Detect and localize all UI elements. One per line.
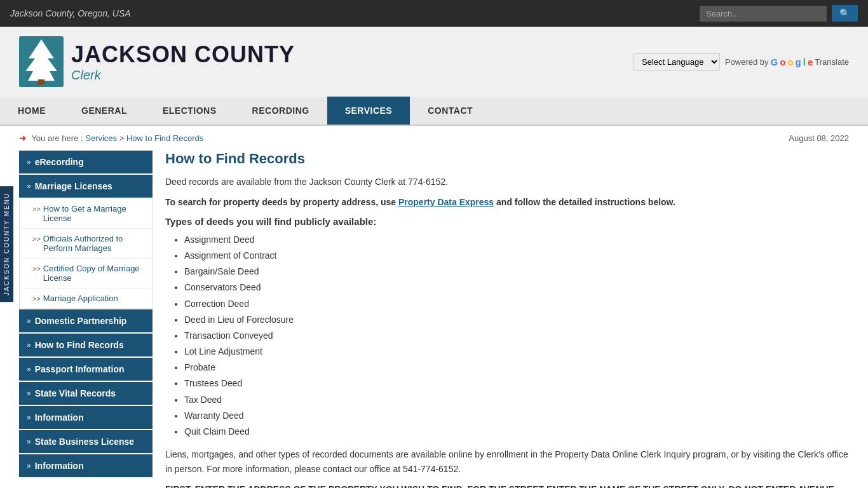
teal-instruction: FIRST, ENTER THE ADDRESS OF THE PROPERTY… xyxy=(165,482,849,488)
chevron-icon: » xyxy=(27,316,31,325)
chevron-icon: » xyxy=(27,413,31,422)
chevron-icon: » xyxy=(27,182,31,191)
deed-list-item: Lot Line Adjustment xyxy=(184,344,849,360)
breadcrumb-link-services[interactable]: Services xyxy=(85,133,117,143)
logo-area: JACKSON COUNTY Clerk xyxy=(19,36,295,87)
breadcrumb: ➜ You are here : Services > How to Find … xyxy=(19,133,203,143)
translate-word: Translate xyxy=(815,57,849,67)
sidebar-label: Passport Information xyxy=(35,364,125,374)
sidebar-label: How to Find Records xyxy=(35,340,124,350)
chevron-icon: » xyxy=(27,461,31,470)
sidebar-item-passport-information[interactable]: »Passport Information xyxy=(19,358,153,381)
logo-subtitle: Clerk xyxy=(71,68,295,83)
search-input[interactable] xyxy=(700,6,827,22)
language-select[interactable]: Select Language xyxy=(634,53,720,71)
top-bar: Jackson County, Oregon, USA 🔍 xyxy=(0,0,868,27)
deed-list-item: Deed in Lieu of Foreclosure xyxy=(184,312,849,328)
sidebar-subitem[interactable]: >>How to Get a Marriage License xyxy=(20,199,152,229)
sidebar: »eRecording»Marriage Licenses>>How to Ge… xyxy=(19,151,153,488)
nav-item-general[interactable]: GENERAL xyxy=(64,97,145,125)
main-nav: HOMEGENERALELECTIONSRECORDINGSERVICESCON… xyxy=(0,97,868,126)
deed-list-item: Bargain/Sale Deed xyxy=(184,264,849,280)
sub-arrow-icon: >> xyxy=(32,265,41,273)
sub-arrow-icon: >> xyxy=(32,295,41,302)
sidebar-item-state-business-license[interactable]: »State Business License xyxy=(19,430,153,453)
google-translate: Powered by Google Translate xyxy=(725,57,849,67)
logo-icon xyxy=(19,36,64,87)
sidebar-item-erecording[interactable]: »eRecording xyxy=(19,151,153,173)
deed-list-item: Transaction Conveyed xyxy=(184,328,849,344)
nav-item-home[interactable]: HOME xyxy=(0,97,64,125)
header: JACKSON COUNTY Clerk Select Language Pow… xyxy=(0,27,868,97)
top-bar-right: 🔍 xyxy=(700,5,858,22)
powered-by-text: Powered by xyxy=(725,57,769,67)
sidebar-subitem[interactable]: >>Marriage Application xyxy=(20,288,152,309)
logo-text: JACKSON COUNTY Clerk xyxy=(71,41,295,83)
deed-list-item: Assignment Deed xyxy=(184,232,849,248)
sidebar-label: State Vital Records xyxy=(35,388,116,398)
chevron-icon: » xyxy=(27,365,31,374)
search-button[interactable]: 🔍 xyxy=(832,5,858,22)
deed-list-item: Conservators Deed xyxy=(184,280,849,295)
deed-list-item: Assignment of Contract xyxy=(184,248,849,264)
nav-item-services[interactable]: SERVICES xyxy=(327,97,410,125)
chevron-icon: » xyxy=(27,158,31,166)
svg-rect-2 xyxy=(38,79,44,85)
deed-list-item: Trustees Deed xyxy=(184,376,849,391)
sidebar-label: eRecording xyxy=(35,157,84,167)
breadcrumb-arrow: ➜ xyxy=(19,133,26,143)
sidebar-subitem[interactable]: >>Certified Copy of Marriage License xyxy=(20,259,152,288)
deed-types-heading: Types of deeds you will find publicly av… xyxy=(165,216,849,227)
breadcrumb-bar: ➜ You are here : Services > How to Find … xyxy=(0,126,868,151)
main-content: »eRecording»Marriage Licenses>>How to Ge… xyxy=(0,151,868,488)
property-data-express-link[interactable]: Property Data Express xyxy=(398,197,494,207)
intro-text: Deed records are available from the Jack… xyxy=(165,175,849,189)
sidebar-item-domestic-partnership[interactable]: »Domestic Partnership xyxy=(19,309,153,332)
nav-item-contact[interactable]: CONTACT xyxy=(410,97,491,125)
sidebar-item-how-to-find-records[interactable]: »How to Find Records xyxy=(19,334,153,356)
nav-item-elections[interactable]: ELECTIONS xyxy=(145,97,234,125)
deed-list: Assignment DeedAssignment of ContractBar… xyxy=(165,232,849,440)
side-menu-tab[interactable]: JACKSON COUNTY MENU xyxy=(0,186,13,302)
translate-area: Select Language Powered by Google Transl… xyxy=(634,53,849,71)
deed-list-item: Probate xyxy=(184,360,849,376)
breadcrumb-link-current[interactable]: How to Find Records xyxy=(126,133,203,143)
sub-arrow-icon: >> xyxy=(32,205,41,213)
sidebar-item-information[interactable]: »Information xyxy=(19,406,153,429)
deed-list-item: Tax Deed xyxy=(184,392,849,408)
page-date: August 08, 2022 xyxy=(789,133,849,143)
deed-list-item: Quit Claim Deed xyxy=(184,424,849,440)
chevron-icon: » xyxy=(27,341,31,349)
nav-item-recording[interactable]: RECORDING xyxy=(234,97,327,125)
chevron-icon: » xyxy=(27,389,31,398)
sidebar-label: State Business License xyxy=(35,437,134,447)
sidebar-label: Information xyxy=(35,461,84,471)
deed-list-item: Correction Deed xyxy=(184,296,849,312)
you-are-here: You are here : xyxy=(31,133,83,143)
logo-title: JACKSON COUNTY xyxy=(71,41,295,68)
deed-list-item: Warranty Deed xyxy=(184,408,849,424)
chevron-icon: » xyxy=(27,437,31,446)
sidebar-item-information2[interactable]: »Information xyxy=(19,454,153,477)
sidebar-item-state-vital-records[interactable]: »State Vital Records xyxy=(19,382,153,405)
content-area: How to Find Records Deed records are ava… xyxy=(165,151,849,488)
sub-arrow-icon: >> xyxy=(32,235,41,243)
liens-text: Liens, mortgages, and other types of rec… xyxy=(165,447,849,476)
sidebar-subitem[interactable]: >>Officials Authorized to Perform Marria… xyxy=(20,229,152,259)
sidebar-label: Information xyxy=(35,412,84,423)
sidebar-label: Marriage Licenses xyxy=(35,181,112,191)
page-title: How to Find Records xyxy=(165,151,849,167)
sidebar-label: Domestic Partnership xyxy=(35,316,127,326)
location-text: Jackson County, Oregon, USA xyxy=(10,8,131,18)
sidebar-item-marriage-licenses[interactable]: »Marriage Licenses xyxy=(19,175,153,198)
bold-intro: To search for property deeds by property… xyxy=(165,195,849,209)
